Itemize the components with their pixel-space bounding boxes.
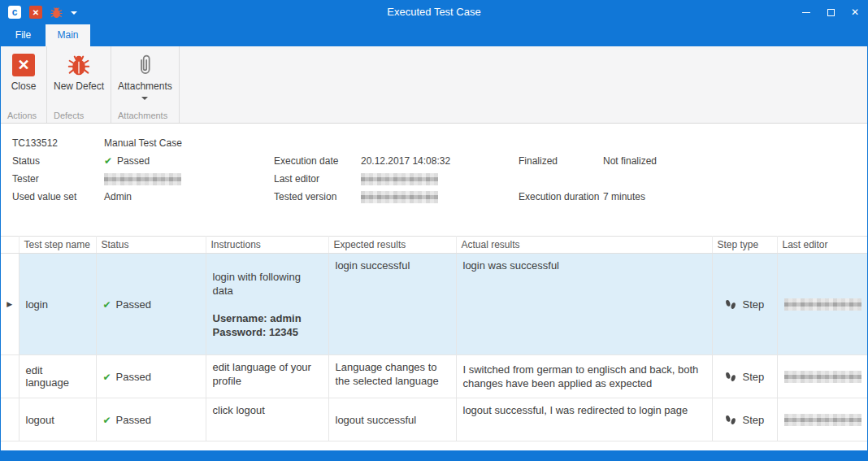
cell-status: ✔Passed — [96, 254, 206, 355]
cell-last-editor — [777, 355, 868, 398]
expected-text: Language changes to the selected languag… — [336, 361, 439, 387]
column-header-instructions[interactable]: Instructions — [206, 237, 328, 254]
minimize-icon — [802, 12, 810, 13]
status-text: Passed — [116, 298, 151, 311]
attachments-button-label: Attachments — [118, 80, 172, 92]
app-window: c ✕ Executed Test Case ✕ — [0, 0, 868, 461]
maximize-button[interactable] — [818, 0, 843, 24]
expected-text: login successful — [336, 259, 410, 272]
column-header-test-step-name[interactable]: Test step name — [19, 237, 96, 254]
column-header-status[interactable]: Status — [96, 237, 206, 254]
check-icon: ✔ — [104, 155, 112, 167]
password-value: 12345 — [269, 326, 298, 338]
instructions-text: click logout — [213, 404, 265, 416]
attachments-dropdown-icon — [141, 97, 148, 100]
titlebar: c ✕ Executed Test Case ✕ — [1, 0, 867, 24]
status-text: Passed — [116, 371, 151, 383]
content-spacer — [1, 441, 867, 450]
selected-row-arrow-icon: ▶ — [7, 300, 12, 308]
test-step-row-login[interactable]: ▶ login ✔Passed login with following dat… — [1, 254, 868, 355]
instructions-username-line: Username: admin — [213, 311, 322, 325]
instructions-intro: login with following data — [213, 270, 322, 298]
execution-duration-label: Execution duration — [519, 191, 603, 202]
app-logo-icon[interactable]: c — [8, 6, 21, 19]
username-label: Username: — [213, 312, 267, 324]
close-glyph: ✕ — [17, 59, 29, 71]
cell-actual-results: logout successful, I was redirected to l… — [456, 398, 712, 441]
row-selector-cell — [1, 355, 19, 398]
bug-icon — [50, 7, 63, 19]
attachments-button[interactable]: Attachments — [115, 50, 176, 100]
close-window-button[interactable]: ✕ — [843, 0, 867, 24]
row-selector-cell — [1, 398, 19, 441]
instructions-password-line: Password: 12345 — [213, 325, 322, 339]
execution-date-value: 20.12.2017 14:08:32 — [361, 155, 515, 167]
group-label-actions: Actions — [7, 111, 37, 120]
column-header-last-editor[interactable]: Last editor — [777, 237, 868, 254]
status-value: ✔Passed — [104, 155, 275, 167]
cell-step-name: login — [19, 254, 96, 355]
column-header-step-type[interactable]: Step type — [712, 237, 777, 254]
details-column-3: Finalized Not finalized Execution durati… — [519, 134, 749, 206]
chevron-down-icon[interactable] — [71, 10, 77, 15]
redacted-last-editor — [784, 371, 861, 383]
finalized-value: Not finalized — [603, 155, 749, 167]
step-type-text: Step — [743, 371, 765, 383]
cell-expected-results: Language changes to the selected languag… — [328, 355, 456, 398]
column-header-actual-results[interactable]: Actual results — [456, 237, 712, 254]
tested-version-label: Tested version — [274, 191, 361, 202]
app-logo-letter: c — [12, 7, 18, 18]
finalized-label: Finalized — [519, 155, 603, 167]
last-editor-value — [361, 172, 515, 185]
status-text: Passed — [117, 155, 150, 167]
cell-status: ✔Passed — [96, 398, 206, 441]
cell-instructions: click logout — [206, 398, 328, 441]
column-header-expected-results[interactable]: Expected results — [328, 237, 456, 254]
instructions-text: edit language of your profile — [213, 361, 311, 387]
cell-step-name: logout — [19, 398, 96, 441]
test-step-grid: Test step name Status Instructions Expec… — [1, 236, 867, 441]
username-value: admin — [270, 312, 301, 324]
redacted-tester — [104, 173, 181, 185]
cell-step-type: Step — [712, 398, 777, 441]
quick-access-toolbar: c ✕ — [8, 6, 77, 19]
cell-expected-results: login successful — [328, 254, 456, 355]
tested-version-value — [361, 190, 515, 202]
test-step-row-edit-language[interactable]: edit language ✔Passed edit language of y… — [1, 355, 868, 398]
close-glyph: ✕ — [33, 8, 39, 17]
cell-instructions: edit language of your profile — [206, 355, 328, 398]
bug-icon — [67, 54, 90, 76]
close-button[interactable]: ✕ Close — [4, 50, 43, 92]
cell-instructions: login with following data Username: admi… — [206, 254, 328, 355]
step-type-text: Step — [743, 414, 765, 426]
details-column-2: Execution date 20.12.2017 14:08:32 Last … — [274, 134, 515, 206]
test-step-row-logout[interactable]: logout ✔Passed click logout logout succe… — [1, 398, 868, 441]
used-value-set-value: Admin — [104, 191, 275, 202]
grid-header-row: Test step name Status Instructions Expec… — [1, 237, 868, 254]
minimize-button[interactable] — [794, 0, 818, 24]
check-icon: ✔ — [103, 372, 111, 383]
tab-main[interactable]: Main — [46, 24, 90, 46]
status-bar — [1, 450, 867, 461]
cell-step-name: edit language — [19, 355, 96, 398]
cell-actual-results: login was successful — [456, 254, 712, 355]
close-quick-icon[interactable]: ✕ — [29, 6, 42, 19]
test-case-id: TC133512 — [12, 137, 104, 149]
used-value-set-label: Used value set — [12, 191, 104, 202]
tab-file[interactable]: File — [1, 24, 46, 46]
execution-date-label: Execution date — [274, 155, 361, 167]
new-defect-quick-icon[interactable] — [50, 7, 63, 19]
new-defect-button[interactable]: New Defect — [50, 50, 107, 92]
window-controls: ✕ — [794, 0, 867, 24]
details-column-1: TC133512 Manual Test Case Status ✔Passed… — [12, 134, 275, 206]
footsteps-icon — [724, 414, 737, 426]
footsteps-icon — [724, 298, 737, 311]
close-button-label: Close — [11, 80, 37, 92]
redacted-last-editor — [361, 173, 438, 185]
execution-duration-value: 7 minutes — [603, 191, 749, 202]
check-icon: ✔ — [103, 415, 111, 426]
footsteps-icon — [724, 371, 737, 383]
cell-actual-results: I switched from german to englisch and b… — [456, 355, 712, 398]
tester-value — [104, 172, 275, 185]
actual-text: login was successful — [463, 259, 560, 272]
